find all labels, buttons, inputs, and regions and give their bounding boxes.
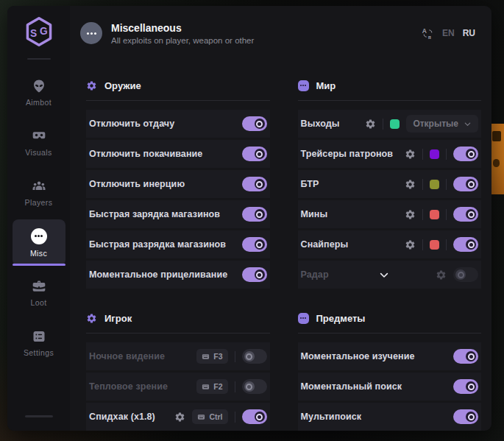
- main-area: Miscellaneous All exploits on player, we…: [70, 6, 491, 431]
- feature-row: Ночное видение F3: [86, 342, 270, 370]
- toggle[interactable]: [453, 207, 478, 222]
- gear-icon[interactable]: [405, 149, 416, 160]
- lang-en-button[interactable]: EN: [442, 28, 455, 38]
- gear-icon[interactable]: [405, 239, 416, 250]
- toggle[interactable]: [453, 379, 478, 394]
- feature-label: Снайперы: [301, 239, 349, 250]
- separator: [235, 381, 235, 392]
- gear-icon[interactable]: [174, 412, 185, 423]
- feature-row: Быстрая разрядка магазинов: [86, 230, 270, 258]
- color-swatch[interactable]: [390, 119, 400, 129]
- toggle[interactable]: [242, 207, 267, 222]
- gear-icon[interactable]: [436, 269, 447, 281]
- separator: [446, 239, 447, 250]
- sidebar-item-misc[interactable]: Misc: [13, 219, 65, 266]
- briefcase-icon: [32, 279, 46, 294]
- feature-label: Быстрая зарядка магазинов: [89, 209, 220, 219]
- feature-label: Моментальное изучение: [301, 351, 415, 361]
- toggle[interactable]: [242, 409, 267, 424]
- feature-row: Снайперы: [298, 230, 482, 258]
- section-divider: [298, 100, 482, 101]
- hotkey-label: Ctrl: [209, 412, 222, 421]
- toggle[interactable]: [453, 147, 478, 161]
- gear-icon[interactable]: [405, 179, 416, 190]
- section-title: Мир: [316, 80, 336, 91]
- feature-label: Мультипоиск: [301, 412, 362, 422]
- sidebar-item-loot[interactable]: Loot: [13, 269, 65, 316]
- ellipsis-circle-icon: [31, 228, 47, 244]
- toggle[interactable]: [242, 379, 267, 394]
- hotkey-badge[interactable]: F3: [196, 349, 227, 364]
- sidebar-item-settings[interactable]: Settings: [13, 320, 65, 366]
- dropdown[interactable]: Открытые: [406, 115, 478, 133]
- feature-label: Тепловое зрение: [89, 381, 168, 392]
- sidebar-item-label: Misc: [30, 249, 47, 258]
- toggle[interactable]: [242, 147, 267, 161]
- feature-row: Отключить отдачу: [86, 110, 270, 138]
- hotkey-label: F2: [213, 382, 222, 391]
- feature-label: Моментальное прицеливание: [89, 269, 227, 280]
- feature-label: Спидхак (x1.8): [89, 412, 155, 422]
- separator: [422, 179, 423, 190]
- toggle[interactable]: [242, 116, 267, 131]
- lang-ru-button[interactable]: RU: [463, 28, 475, 38]
- dots-badge-icon: [298, 313, 309, 324]
- gear-icon[interactable]: [405, 209, 416, 220]
- feature-label: Моментальный поиск: [301, 381, 402, 392]
- color-swatch[interactable]: [430, 240, 439, 250]
- feature-label: Быстрая разрядка магазинов: [89, 239, 226, 250]
- sidebar-item-label: Visuals: [25, 148, 52, 157]
- toggle[interactable]: [242, 267, 267, 282]
- translate-icon: [422, 27, 434, 40]
- app-window: Aimbot Visuals Players Misc Loot: [7, 6, 491, 431]
- sidebar: Aimbot Visuals Players Misc Loot: [7, 6, 70, 431]
- language-switcher: EN RU: [422, 27, 475, 40]
- gear-icon: [86, 80, 97, 91]
- feature-row-radar: Радар: [298, 261, 482, 289]
- color-swatch[interactable]: [430, 180, 439, 189]
- page-subtitle: All exploits on player, weapon or other: [111, 36, 254, 45]
- feature-row: Моментальное изучение: [298, 342, 482, 370]
- page-title: Miscellaneous: [111, 22, 254, 34]
- feature-row: Спидхак (x1.8) Ctrl: [86, 403, 270, 431]
- gear-icon[interactable]: [365, 119, 376, 130]
- hotkey-badge[interactable]: F2: [196, 379, 227, 394]
- toggle[interactable]: [242, 177, 267, 191]
- section-title: Игрок: [104, 313, 132, 324]
- section-divider: [86, 100, 270, 101]
- toggle[interactable]: [453, 177, 478, 191]
- toggle[interactable]: [453, 349, 478, 364]
- toggle[interactable]: [453, 409, 478, 424]
- keyboard-icon: [197, 413, 205, 421]
- sidebar-divider: [27, 58, 51, 60]
- keyboard-icon: [202, 383, 210, 391]
- feature-label: Отключить инерцию: [89, 179, 185, 189]
- feature-label: Ночное видение: [89, 351, 165, 361]
- toggle[interactable]: [242, 237, 267, 252]
- feature-label: Трейсеры патронов: [301, 149, 394, 159]
- hotkey-label: F3: [213, 352, 222, 361]
- toggle[interactable]: [453, 267, 478, 282]
- app-logo-icon: [22, 15, 56, 49]
- toggle[interactable]: [242, 349, 267, 364]
- sidebar-item-label: Loot: [30, 298, 46, 307]
- color-swatch[interactable]: [430, 149, 439, 159]
- feature-row: Отключить инерцию: [86, 170, 270, 198]
- feature-label: Выходы: [301, 119, 340, 129]
- sidebar-item-visuals[interactable]: Visuals: [13, 119, 65, 166]
- section-player: Игрок Ночное видение F3: [86, 311, 270, 431]
- sidebar-item-players[interactable]: Players: [13, 169, 65, 216]
- feature-row: Мины: [298, 200, 482, 228]
- section-items: Предметы Моментальное изучение Моменталь…: [298, 311, 482, 431]
- color-swatch[interactable]: [430, 210, 439, 219]
- sidebar-item-aimbot[interactable]: Aimbot: [13, 69, 65, 116]
- toggle[interactable]: [453, 237, 478, 252]
- separator: [383, 119, 383, 130]
- feature-label: Мины: [301, 209, 328, 219]
- sidebar-item-label: Aimbot: [26, 98, 52, 107]
- chevron-down-icon[interactable]: [378, 269, 389, 281]
- page-ellipsis-icon: [80, 22, 102, 44]
- separator: [422, 209, 423, 220]
- hotkey-badge[interactable]: Ctrl: [192, 409, 227, 424]
- list-icon: [32, 329, 46, 344]
